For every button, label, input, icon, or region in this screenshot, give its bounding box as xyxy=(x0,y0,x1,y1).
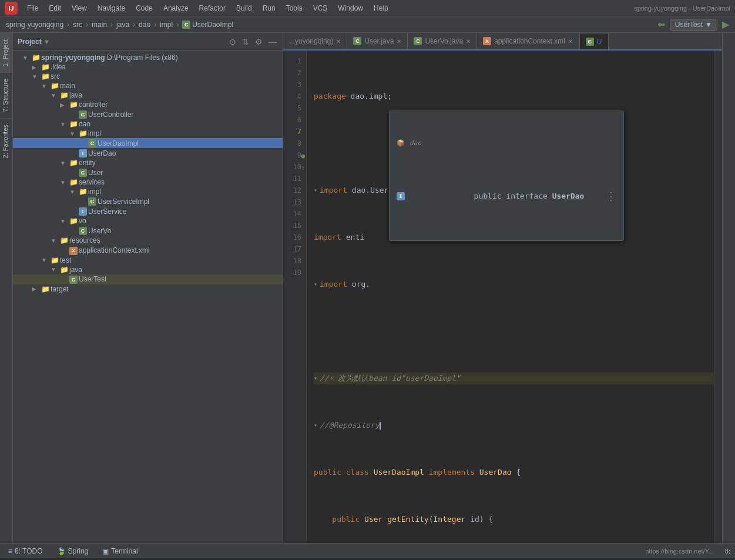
breadcrumb-main[interactable]: main xyxy=(92,21,107,29)
toolbar-expand-icon[interactable]: ⇅ xyxy=(241,36,250,48)
tree-item-target[interactable]: ▶ 📁 target xyxy=(13,284,283,294)
menu-code[interactable]: Code xyxy=(131,3,157,14)
tree-item-uservo[interactable]: C UserVo xyxy=(13,226,283,236)
menu-file[interactable]: File xyxy=(22,3,43,14)
menu-window[interactable]: Window xyxy=(333,3,368,14)
breadcrumb-java[interactable]: java xyxy=(116,21,129,29)
fold-icon-3[interactable]: ▾ xyxy=(314,185,317,196)
code-line-7: ▾ //⚡ 改为默认bean id"userDaoImpl" xyxy=(314,373,714,384)
breadcrumb-project[interactable]: spring-yuyongqing xyxy=(6,21,63,29)
tree-item-userdao[interactable]: I UserDao xyxy=(13,148,283,158)
toolbar-minimize-icon[interactable]: — xyxy=(267,36,278,48)
sidebar-tab-favorites[interactable]: 2: Favorites xyxy=(0,118,12,164)
class-icon-usertest: C xyxy=(68,275,79,284)
tree-item-usertest[interactable]: C UserTest xyxy=(13,274,283,284)
code-area[interactable]: package dao.impl; ▾ import dao.UserDao; … xyxy=(307,51,714,543)
autocomplete-item-userdao[interactable]: I public interface UserDao ⋮ xyxy=(390,176,623,217)
tab-appctx[interactable]: X applicationContext.xml ✕ xyxy=(477,33,579,49)
tree-item-usercontroller[interactable]: C UserController xyxy=(13,109,283,119)
tree-item-entity[interactable]: ▼ 📁 entity xyxy=(13,158,283,167)
menu-tools[interactable]: Tools xyxy=(281,3,307,14)
tree-item-appctx[interactable]: X applicationContext.xml xyxy=(13,245,283,256)
project-title-dropdown[interactable]: ▼ xyxy=(43,38,50,45)
tree-item-user[interactable]: C User xyxy=(13,167,283,177)
project-panel: Project ▼ ⊙ ⇅ ⚙ — ▼ 📁 spring-yuyongqing … xyxy=(13,33,283,543)
tree-item-src[interactable]: ▼ 📁 src xyxy=(13,72,283,81)
right-scrollbar[interactable] xyxy=(714,51,722,543)
tab-user-java-close[interactable]: ✕ xyxy=(397,38,401,45)
menu-help[interactable]: Help xyxy=(369,3,393,14)
tree-item-test[interactable]: ▼ 📁 test xyxy=(13,256,283,265)
menu-edit[interactable]: Edit xyxy=(44,3,66,14)
tab-user-java[interactable]: C User.java ✕ xyxy=(347,33,408,49)
tab-uservo-java-close[interactable]: ✕ xyxy=(466,38,471,45)
tree-item-controller[interactable]: ▶ 📁 controller xyxy=(13,100,283,109)
sidebar-tab-structure[interactable]: 7: Structure xyxy=(0,72,12,118)
autocomplete-label-text: public interface xyxy=(474,192,552,200)
sidebar-tab-project[interactable]: 1: Project xyxy=(0,33,12,72)
autocomplete-item-dao[interactable]: 📦 dao xyxy=(390,135,623,152)
tree-arrow-test-java: ▼ xyxy=(51,266,59,273)
tree-item-dao[interactable]: ▼ 📁 dao xyxy=(13,119,283,129)
line-num-13: 13 xyxy=(283,196,306,208)
code-7-comment: //⚡ 改为默认bean id"userDaoImpl" xyxy=(320,373,461,384)
run-config-selector[interactable]: UserTest ▼ xyxy=(670,19,717,31)
tree-item-vo[interactable]: ▼ 📁 vo xyxy=(13,216,283,226)
menu-view[interactable]: View xyxy=(67,3,92,14)
tab-prev-close[interactable]: ✕ xyxy=(336,38,341,45)
folder-icon-test-java: 📁 xyxy=(59,266,69,274)
tree-item-services[interactable]: ▼ 📁 services xyxy=(13,177,283,187)
breadcrumb-dao[interactable]: dao xyxy=(139,21,150,29)
tree-item-userdaoimpl[interactable]: C UserDaoImpl xyxy=(13,138,283,148)
tab-userdaoimpl[interactable]: C U xyxy=(579,33,609,49)
tree-item-main[interactable]: ▼ 📁 main xyxy=(13,81,283,90)
menu-run[interactable]: Run xyxy=(258,3,280,14)
toolbar-locate-icon[interactable]: ⊙ xyxy=(228,36,237,48)
tree-item-userservice[interactable]: I UserService xyxy=(13,206,283,216)
bottom-tab-spring[interactable]: 🍃 Spring xyxy=(53,546,92,556)
tree-item-userserviceimpl[interactable]: C UserServiceImpl xyxy=(13,196,283,206)
fold-icon-5[interactable]: ▾ xyxy=(314,279,317,290)
line-num-14: 14 xyxy=(283,208,306,220)
editor-content: 1 2 3 4 5 6 7 8 9 ● 10 ↑ 11 12 13 14 xyxy=(283,51,722,543)
code-4-rest: enti xyxy=(341,232,364,243)
bottom-tab-terminal[interactable]: ▣ Terminal xyxy=(99,546,141,556)
menu-vcs[interactable]: VCS xyxy=(308,3,333,14)
breadcrumb-impl[interactable]: impl xyxy=(160,21,173,29)
autocomplete-more-icon[interactable]: ⋮ xyxy=(606,190,616,202)
tree-item-java[interactable]: ▼ 📁 java xyxy=(13,90,283,100)
folder-icon-src: 📁 xyxy=(40,72,51,81)
tree-item-resources[interactable]: ▼ 📁 resources xyxy=(13,236,283,245)
tree-item-idea[interactable]: ▶ 📁 .idea xyxy=(13,62,283,72)
bottom-bar: ≡ 6: TODO 🍃 Spring ▣ Terminal https://bl… xyxy=(0,543,735,558)
menu-navigate[interactable]: Navigate xyxy=(93,3,130,14)
tree-label-test: test xyxy=(60,256,71,264)
tree-label-idea: .idea xyxy=(51,63,66,71)
folder-icon-idea: 📁 xyxy=(40,63,51,71)
run-config-dropdown-icon[interactable]: ▼ xyxy=(705,21,712,29)
menu-build[interactable]: Build xyxy=(231,3,257,14)
nav-back-icon[interactable]: ⬅ xyxy=(657,19,665,30)
breadcrumb-src[interactable]: src xyxy=(73,21,82,29)
code-1-rest: dao.impl; xyxy=(346,90,392,102)
nav-forward-icon[interactable]: ▶ xyxy=(722,19,729,30)
toolbar-settings-icon[interactable]: ⚙ xyxy=(254,36,264,48)
tab-appctx-close[interactable]: ✕ xyxy=(568,38,573,45)
menu-refactor[interactable]: Refactor xyxy=(194,3,230,14)
menu-analyze[interactable]: Analyze xyxy=(159,3,193,14)
fold-icon-7[interactable]: ▾ xyxy=(314,373,317,384)
tree-item-test-java[interactable]: ▼ 📁 java xyxy=(13,265,283,274)
breadcrumb-file[interactable]: C UserDaoImpl xyxy=(182,21,233,29)
tree-item-root[interactable]: ▼ 📁 spring-yuyongqing D:\Program Files (… xyxy=(13,53,283,62)
tree-item-impl[interactable]: ▼ 📁 impl xyxy=(13,129,283,138)
app-logo: IJ xyxy=(5,2,18,15)
tab-prev[interactable]: ...yuyongqing) ✕ xyxy=(283,33,347,49)
tab-uservo-java[interactable]: C UserVo.java ✕ xyxy=(408,33,477,49)
folder-icon-entity: 📁 xyxy=(68,159,79,167)
fold-icon-8[interactable]: ▾ xyxy=(314,420,317,431)
tree-label-appctx: applicationContext.xml xyxy=(79,246,150,254)
tree-label-java: java xyxy=(69,91,82,99)
breadcrumb-sep-1: › xyxy=(67,21,69,29)
bottom-tab-todo[interactable]: ≡ 6: TODO xyxy=(5,546,46,556)
tree-item-services-impl[interactable]: ▼ 📁 impl xyxy=(13,187,283,196)
